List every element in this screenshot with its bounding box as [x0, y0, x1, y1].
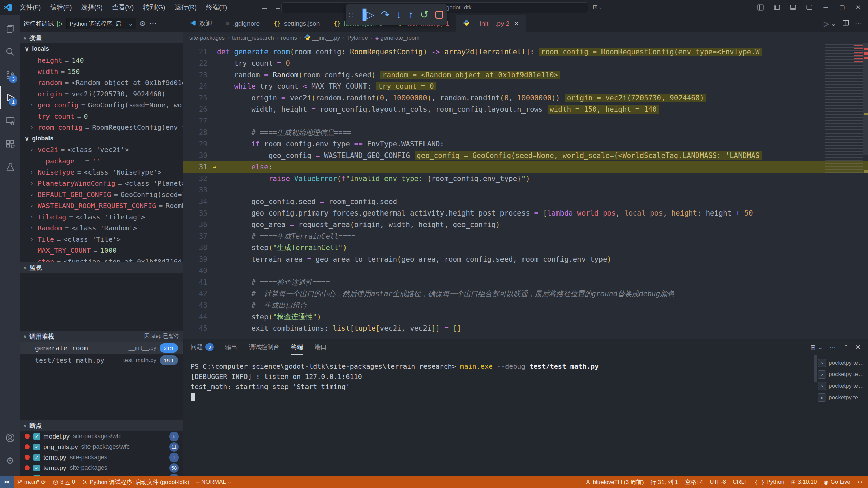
- drag-handle-icon[interactable]: ⸬: [349, 11, 352, 19]
- step-out-button[interactable]: ↑: [408, 9, 413, 20]
- git-branch[interactable]: main*⟳: [14, 479, 49, 485]
- variable-row[interactable]: height=140: [20, 55, 183, 66]
- maximize-panel-icon[interactable]: ⌃: [843, 343, 848, 351]
- scope-globals[interactable]: ∨globals: [20, 133, 183, 144]
- toggle-sidebar-icon[interactable]: [770, 2, 784, 13]
- eol[interactable]: CRLF: [729, 479, 751, 485]
- remote-indicator[interactable]: ><: [0, 476, 14, 488]
- go-live[interactable]: ◉Go Live: [820, 479, 854, 485]
- panel-tab-问题[interactable]: 问题3: [191, 339, 214, 355]
- start-debug-icon[interactable]: ▷: [57, 19, 63, 28]
- variable-row[interactable]: random=<Random object at 0x1bf9d01e…: [20, 77, 183, 88]
- tab-settings.json[interactable]: {}settings.json: [267, 15, 327, 32]
- terminal-instance-item[interactable]: >pocketpy te…: [818, 369, 868, 380]
- breakpoint-row[interactable]: ✓png_utils.pysite-packages\wfc11: [20, 442, 183, 452]
- more-actions-icon[interactable]: ⋯: [855, 20, 862, 28]
- variable-row[interactable]: stop=<function stop at 0x1bf8d716d: [20, 256, 183, 262]
- variable-row[interactable]: __package__='': [20, 155, 183, 166]
- breadcrumb-item[interactable]: terrain_research: [232, 35, 274, 41]
- continue-button[interactable]: ▐▷: [359, 9, 374, 20]
- close-icon[interactable]: ✕: [514, 20, 519, 27]
- checkbox-checked-icon[interactable]: ✓: [33, 433, 40, 440]
- debug-settings-gear-icon[interactable]: ⚙: [139, 20, 146, 28]
- menu-item-7[interactable]: ···: [233, 2, 247, 13]
- breakpoints-section-header[interactable]: ∨ 断点: [20, 420, 183, 431]
- checkbox-checked-icon[interactable]: ✓: [33, 444, 40, 450]
- variables-section-header[interactable]: ∨ 变量: [20, 32, 183, 43]
- scope-locals[interactable]: ∨locals: [20, 43, 183, 55]
- split-terminal-icon[interactable]: ⊞ ⌄: [810, 343, 823, 351]
- breadcrumb-item[interactable]: Pylance: [347, 35, 368, 41]
- breakpoint-row[interactable]: ✓temp.pysite-packages1: [20, 452, 183, 463]
- menu-item-3[interactable]: 查看(V): [108, 2, 138, 13]
- variable-row[interactable]: ›Random=<class 'Random'>: [20, 222, 183, 233]
- cursor-position[interactable]: 行 31, 列 1: [647, 478, 682, 486]
- terminal-instance-item[interactable]: >pocketpy te…: [818, 392, 868, 403]
- more-actions-icon[interactable]: ⋯: [830, 343, 836, 351]
- editor-scrollbar[interactable]: [863, 43, 868, 155]
- breakpoint-row[interactable]: ✓model.pysite-packages\wfc6: [20, 431, 183, 442]
- variable-row[interactable]: ›TileTag=<class 'TileTag'>: [20, 211, 183, 222]
- variable-row[interactable]: ›vec2i=<class 'vec2i'>: [20, 144, 183, 155]
- maximize-button[interactable]: ▢: [835, 2, 849, 13]
- menu-item-5[interactable]: 运行(R): [171, 2, 201, 13]
- code-editor[interactable]: 2021def generate_room(room_config: RoomR…: [183, 43, 868, 339]
- breakpoint-row[interactable]: ✓test_math.pysite-packages\terrain_res…1…: [20, 473, 183, 476]
- run-python-file-icon[interactable]: ▷ ⌄: [824, 20, 836, 28]
- panel-tab-端口[interactable]: 端口: [315, 339, 327, 355]
- checkbox-checked-icon[interactable]: ✓: [33, 465, 40, 471]
- layout-control-icon[interactable]: ⊞⌄: [593, 3, 602, 11]
- variable-row[interactable]: MAX_TRY_COUNT=1000: [20, 245, 183, 256]
- minimize-button[interactable]: ─: [818, 2, 833, 13]
- minimap[interactable]: [825, 44, 863, 173]
- panel-tab-调试控制台[interactable]: 调试控制台: [249, 339, 279, 355]
- extensions-icon[interactable]: [0, 133, 20, 156]
- tab--[interactable]: 欢迎: [183, 15, 219, 32]
- variable-row[interactable]: try_count=0: [20, 110, 183, 122]
- breadcrumb-item[interactable]: __init__.py: [304, 34, 340, 42]
- tab-.gdignore[interactable]: ≡.gdignore: [219, 15, 267, 32]
- variable-row[interactable]: ›Tile=<class 'Tile'>: [20, 233, 183, 245]
- step-into-button[interactable]: ↓: [396, 9, 401, 20]
- menu-item-4[interactable]: 转到(G): [139, 2, 169, 13]
- variable-row[interactable]: origin=vec2i(7205730, 9024468): [20, 88, 183, 99]
- run-and-debug-icon[interactable]: 1: [0, 86, 20, 109]
- variable-row[interactable]: ›NoiseType=<class 'NoiseType'>: [20, 166, 183, 178]
- toggle-panel-icon[interactable]: [786, 2, 800, 13]
- toggle-secondary-sidebar-icon[interactable]: [802, 2, 816, 13]
- callstack-frame[interactable]: test/test_math.pytest_math.py16:1: [20, 354, 183, 366]
- callstack-frame[interactable]: generate_room__init__.py31:1: [20, 342, 183, 354]
- search-icon[interactable]: [0, 40, 20, 63]
- notifications[interactable]: [854, 479, 866, 485]
- breadcrumb[interactable]: site-packages›terrain_research›rooms›__i…: [183, 32, 868, 43]
- customize-layout-icon[interactable]: [753, 2, 768, 13]
- nav-back-icon[interactable]: ←: [261, 3, 268, 12]
- indentation[interactable]: 空格: 4: [682, 478, 706, 486]
- panel-tab-终端[interactable]: 终端: [291, 339, 303, 355]
- source-control-icon[interactable]: 3: [0, 63, 20, 86]
- menu-item-0[interactable]: 文件(F): [16, 2, 45, 13]
- menu-item-6[interactable]: 终端(T): [202, 2, 231, 13]
- encoding[interactable]: UTF-8: [706, 479, 729, 485]
- accounts-icon[interactable]: [0, 426, 20, 449]
- close-button[interactable]: ✕: [851, 2, 865, 13]
- breadcrumb-item[interactable]: site-packages: [189, 35, 225, 41]
- stop-button[interactable]: [435, 11, 443, 19]
- variable-row[interactable]: ›DEFAULT_GEO_CONFIG=GeoConfig(seed=1…: [20, 189, 183, 200]
- git-blame[interactable]: blueloveTH (3 周前): [582, 478, 647, 486]
- restart-button[interactable]: ↺: [420, 9, 429, 20]
- explorer-icon[interactable]: [0, 17, 20, 40]
- remote-explorer-icon[interactable]: [0, 109, 20, 133]
- menu-item-1[interactable]: 编辑(E): [46, 2, 76, 13]
- breadcrumb-item[interactable]: rooms: [281, 35, 297, 41]
- watch-section-header[interactable]: ∨ 监视: [20, 262, 183, 273]
- step-over-button[interactable]: ↷: [381, 9, 390, 20]
- testing-icon[interactable]: [0, 156, 20, 179]
- variable-row[interactable]: ›geo_config=GeoConfig(seed=None, wor…: [20, 99, 183, 110]
- close-panel-icon[interactable]: ✕: [855, 343, 861, 351]
- nav-forward-icon[interactable]: →: [274, 3, 282, 12]
- breakpoint-row[interactable]: ✓temp.pysite-packages58: [20, 463, 183, 473]
- vim-mode[interactable]: -- NORMAL --: [193, 479, 235, 485]
- terminal-instance-item[interactable]: >pocketpy te…: [818, 380, 868, 392]
- variable-row[interactable]: ›WASTELAND_ROOM_REQUEST_CONFIG=RoomR…: [20, 200, 183, 211]
